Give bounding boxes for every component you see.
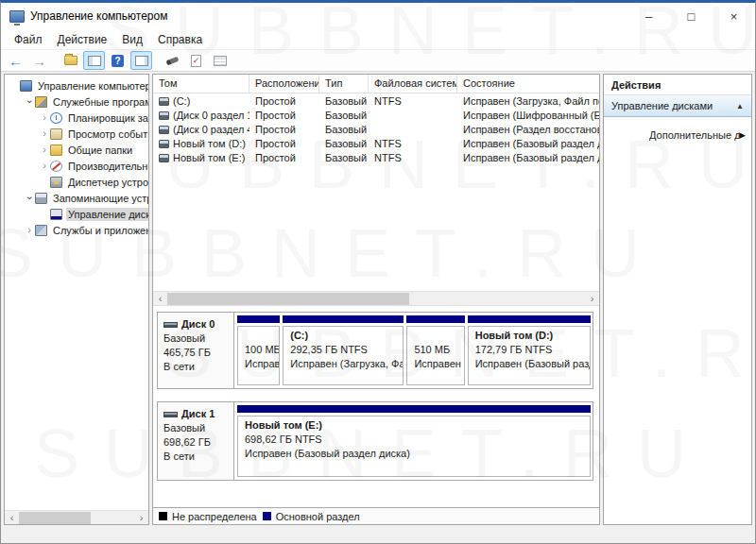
- disk-type: Базовый: [163, 332, 230, 346]
- back-icon: ←: [9, 54, 23, 68]
- sidebar-item-5[interactable]: ›Производительность: [5, 158, 148, 174]
- menu-item-0[interactable]: Файл: [7, 31, 50, 48]
- tree-item-label: Управление дисками: [66, 208, 148, 221]
- eventlog-icon: [50, 128, 62, 140]
- actions-section-disk-management[interactable]: Управление дисками ▲: [604, 95, 751, 117]
- disk-label-1[interactable]: Диск 1Базовый698,62 ГБВ сети: [157, 401, 234, 481]
- sidebar-item-4[interactable]: ›Общие папки: [5, 142, 148, 158]
- cell-1-2: Базовый: [319, 110, 369, 121]
- column-header-1[interactable]: Расположение: [249, 75, 319, 93]
- table-row[interactable]: (C:)ПростойБазовыйNTFSИсправен (Загрузка…: [153, 94, 599, 108]
- table-row[interactable]: (Диск 0 раздел 4)ПростойБазовыйИсправен …: [153, 122, 599, 136]
- sidebar-item-9[interactable]: ›Службы и приложения: [5, 222, 148, 238]
- table-row[interactable]: Новый том (E:)ПростойБазовыйNTFSИсправен…: [153, 150, 599, 164]
- scroll-thumb[interactable]: [19, 512, 91, 524]
- partition-0-0[interactable]: 100 МБИсправ: [237, 315, 280, 385]
- sidebar-item-3[interactable]: ›Просмотр событий: [5, 126, 148, 142]
- up-folder-icon: [64, 56, 77, 65]
- menu-item-2[interactable]: Вид: [114, 31, 150, 48]
- sidebar-horizontal-scrollbar[interactable]: ‹ ›: [5, 510, 148, 524]
- column-header-2[interactable]: Тип: [319, 75, 369, 93]
- scroll-left-icon[interactable]: ‹: [5, 511, 19, 525]
- scroll-left-icon[interactable]: ‹: [153, 292, 167, 306]
- folders-icon: [50, 144, 62, 156]
- maximize-button[interactable]: □: [670, 3, 713, 29]
- devmgr-icon: [50, 177, 62, 188]
- volume-name: (Диск 0 раздел 4): [173, 124, 249, 135]
- back-button[interactable]: ←: [5, 51, 26, 70]
- chevron-right-icon[interactable]: ›: [39, 128, 50, 139]
- scroll-track[interactable]: [19, 511, 134, 525]
- volume-icon: [159, 111, 169, 120]
- wrench-button[interactable]: [162, 51, 183, 70]
- actions-item-more-actions[interactable]: Дополнительные дейс... ▶: [604, 125, 751, 145]
- wrench-icon: [166, 56, 180, 65]
- tree-item-label: Управление компьютером (ло: [36, 79, 148, 93]
- console-tree-button[interactable]: [83, 51, 105, 70]
- partition-info-box[interactable]: Новый том (E:)698,62 ГБ NTFSИсправен (Ба…: [237, 416, 591, 477]
- column-header-0[interactable]: Том: [153, 75, 249, 93]
- checkmark-document-button[interactable]: ✓: [185, 51, 207, 70]
- partition-title: [414, 329, 459, 343]
- partition-0-3[interactable]: Новый том (D:)172,79 ГБ NTFSИсправен (Ба…: [468, 315, 591, 385]
- partition-info-box[interactable]: (C:)292,35 ГБ NTFSИсправен (Загрузка, Фа…: [283, 326, 404, 385]
- cell-4-1: Простой: [249, 152, 319, 163]
- table-row[interactable]: Новый том (D:)ПростойБазовыйNTFSИсправен…: [153, 136, 599, 150]
- tree-item-label: Производительность: [66, 160, 148, 173]
- help-button[interactable]: ?: [107, 51, 129, 70]
- scroll-right-icon[interactable]: ›: [585, 292, 599, 306]
- tree-item-label: Диспетчер устройств: [66, 176, 148, 189]
- disk-type: Базовый: [163, 421, 230, 435]
- sidebar-item-0[interactable]: Управление компьютером (ло: [5, 77, 148, 94]
- menu-item-3[interactable]: Справка: [150, 31, 210, 48]
- disk-size: 465,75 ГБ: [163, 346, 230, 360]
- disk-label-0[interactable]: Диск 0Базовый465,75 ГБВ сети: [157, 312, 234, 389]
- partition-info-box[interactable]: 100 МБИсправ: [237, 326, 280, 385]
- menu-item-1[interactable]: Действие: [50, 31, 115, 48]
- sidebar-item-8[interactable]: Управление дисками: [5, 206, 148, 222]
- table-row[interactable]: (Диск 0 раздел 1)ПростойБазовыйИсправен …: [153, 108, 599, 122]
- computer-icon: [20, 80, 32, 92]
- up-folder-button[interactable]: [60, 51, 81, 70]
- legend-label: Не распределена: [172, 511, 257, 522]
- partition-info-box[interactable]: 510 МБИсправен (Р: [406, 326, 464, 385]
- forward-button[interactable]: →: [28, 51, 50, 70]
- chevron-right-icon[interactable]: ›: [24, 225, 35, 235]
- column-header-4[interactable]: Состояние: [457, 75, 599, 93]
- sidebar-item-1[interactable]: ›Служебные программы: [5, 94, 148, 110]
- cell-1-0: (Диск 0 раздел 1): [153, 110, 249, 121]
- chevron-right-icon[interactable]: ›: [39, 161, 50, 171]
- partition-0-2[interactable]: 510 МБИсправен (Р: [406, 315, 464, 385]
- column-header-3[interactable]: Файловая система: [369, 75, 457, 93]
- window-title: Управление компьютером: [30, 9, 627, 23]
- scroll-thumb[interactable]: [167, 293, 409, 305]
- cell-2-0: (Диск 0 раздел 4): [153, 124, 249, 135]
- details-panel-icon: [214, 56, 227, 66]
- minimize-button[interactable]: –: [627, 3, 670, 29]
- action-pane-button[interactable]: [130, 51, 152, 70]
- partition-info-box[interactable]: Новый том (D:)172,79 ГБ NTFSИсправен (Ба…: [468, 326, 591, 385]
- collapse-icon[interactable]: ▲: [736, 102, 744, 110]
- sidebar-item-7[interactable]: ›Запоминающие устройств: [5, 190, 148, 206]
- partition-1-0[interactable]: Новый том (E:)698,62 ГБ NTFSИсправен (Ба…: [237, 405, 591, 477]
- chevron-down-icon[interactable]: ›: [25, 96, 35, 108]
- status-strip: [1, 527, 755, 543]
- chevron-down-icon[interactable]: ›: [25, 193, 35, 204]
- scroll-right-icon[interactable]: ›: [134, 511, 148, 525]
- chevron-right-icon[interactable]: ›: [39, 144, 50, 155]
- close-button[interactable]: ×: [713, 3, 755, 29]
- chevron-right-icon[interactable]: ›: [39, 112, 50, 123]
- partition-0-1[interactable]: (C:)292,35 ГБ NTFSИсправен (Загрузка, Фа…: [283, 315, 404, 385]
- sidebar-item-6[interactable]: Диспетчер устройств: [5, 174, 148, 190]
- volume-list-horizontal-scrollbar[interactable]: ‹ ›: [153, 291, 599, 305]
- volume-name: (C:): [173, 95, 190, 107]
- partition-size: 292,35 ГБ NTFS: [290, 343, 399, 357]
- legend-swatch: [159, 512, 167, 520]
- partition-size: 172,79 ГБ NTFS: [475, 343, 586, 357]
- details-panel-button[interactable]: [209, 51, 231, 70]
- sidebar-item-2[interactable]: ›Планировщик заданий: [5, 110, 148, 126]
- scroll-track[interactable]: [167, 292, 585, 306]
- cell-1-4: Исправен (Шифрованный (EFI) сист: [457, 110, 600, 121]
- graphical-view: Диск 0Базовый465,75 ГБВ сети100 МБИсправ…: [153, 305, 599, 507]
- forward-icon: →: [32, 54, 46, 68]
